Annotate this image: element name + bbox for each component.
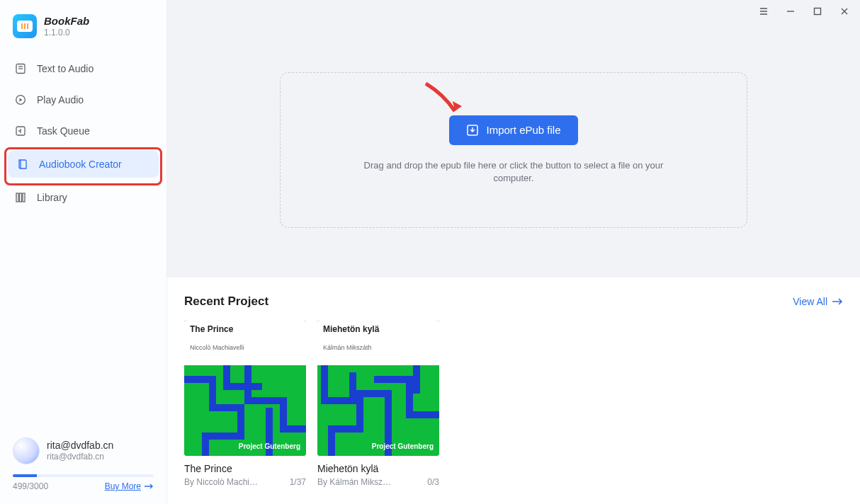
- import-label: Import ePub file: [486, 124, 560, 136]
- card-title: The Prince: [184, 463, 306, 474]
- arrow-annotation-icon: [422, 80, 465, 120]
- recent-cards: The Prince Niccolò Machiavelli Project G…: [184, 320, 843, 487]
- hamburger-icon: [759, 6, 769, 16]
- sidebar-item-library[interactable]: Library: [6, 184, 161, 211]
- app-version: 1.1.0.0: [44, 28, 89, 38]
- drop-area: Import ePub file Drag and drop the epub …: [167, 23, 860, 277]
- sidebar-item-label: Library: [37, 192, 67, 203]
- sidebar-item-text-to-audio[interactable]: Text to Audio: [6, 55, 161, 82]
- recent-section: Recent Project View All The Prince Nicco…: [167, 277, 860, 487]
- svg-rect-6: [16, 193, 18, 202]
- cover-title: Miehetön kylä: [323, 324, 434, 334]
- minimize-icon: [786, 6, 796, 16]
- queue-icon: [14, 125, 27, 137]
- close-icon: [839, 6, 849, 16]
- book-icon: [16, 158, 29, 171]
- cover-author: Kálmán Mikszáth: [323, 344, 434, 351]
- cover-title: The Prince: [190, 324, 300, 334]
- sidebar: BookFab 1.1.0.0 Text to Audio Play Audio: [0, 0, 167, 504]
- svg-rect-8: [23, 193, 25, 202]
- drop-box[interactable]: Import ePub file Drag and drop the epub …: [280, 72, 747, 228]
- drop-help-text: Drag and drop the epub file here or clic…: [358, 159, 669, 185]
- brand: BookFab 1.1.0.0: [0, 0, 166, 55]
- card-title: Miehetön kylä: [317, 463, 439, 474]
- app-name: BookFab: [44, 15, 89, 28]
- svg-rect-7: [20, 193, 22, 202]
- arrow-right-icon: [832, 297, 843, 306]
- library-icon: [14, 191, 27, 204]
- sidebar-item-label: Text to Audio: [37, 63, 94, 74]
- card-byline: By Kálmán Miksz…: [317, 477, 391, 487]
- svg-rect-10: [815, 8, 821, 15]
- project-card[interactable]: Miehetön kylä Kálmán Mikszáth Project Gu…: [317, 320, 439, 487]
- sidebar-item-label: Task Queue: [37, 125, 90, 137]
- card-byline: By Niccolò Machi…: [184, 477, 258, 487]
- import-epub-button[interactable]: Import ePub file: [449, 115, 577, 145]
- document-icon: [14, 62, 27, 75]
- user-email: rita@dvdfab.cn: [47, 440, 113, 452]
- sidebar-item-task-queue[interactable]: Task Queue: [6, 118, 161, 144]
- sidebar-item-play-audio[interactable]: Play Audio: [6, 86, 161, 113]
- main: Import ePub file Drag and drop the epub …: [167, 0, 860, 504]
- view-all-label: View All: [793, 296, 827, 307]
- card-count: 0/3: [427, 477, 439, 487]
- quota-text: 499/3000: [13, 481, 48, 491]
- user-panel: rita@dvdfab.cn rita@dvdfab.cn 499/3000 B…: [0, 437, 166, 504]
- project-cover: Miehetön kylä Kálmán Mikszáth Project Gu…: [317, 320, 439, 456]
- buy-more-label: Buy More: [105, 481, 141, 491]
- user-subtext: rita@dvdfab.cn: [47, 452, 113, 462]
- import-icon: [466, 124, 479, 137]
- avatar[interactable]: [13, 437, 40, 464]
- maximize-button[interactable]: [812, 6, 823, 17]
- close-button[interactable]: [839, 6, 850, 17]
- pg-label: Project Gutenberg: [372, 442, 434, 450]
- project-card[interactable]: The Prince Niccolò Machiavelli Project G…: [184, 320, 306, 487]
- buy-more-link[interactable]: Buy More: [105, 481, 154, 491]
- recent-title: Recent Project: [184, 294, 268, 309]
- quota-progress: [13, 474, 154, 477]
- app-logo: [13, 14, 37, 38]
- sidebar-item-audiobook-creator[interactable]: Audiobook Creator: [8, 151, 159, 178]
- highlight-annotation: Audiobook Creator: [4, 147, 162, 185]
- project-cover: The Prince Niccolò Machiavelli Project G…: [184, 320, 306, 456]
- cover-author: Niccolò Machiavelli: [190, 344, 300, 351]
- minimize-button[interactable]: [785, 6, 796, 17]
- play-icon: [14, 93, 27, 106]
- pg-label: Project Gutenberg: [239, 442, 300, 450]
- sidebar-item-label: Audiobook Creator: [39, 159, 122, 170]
- arrow-right-icon: [144, 483, 154, 490]
- menu-button[interactable]: [758, 6, 769, 17]
- maximize-icon: [813, 6, 822, 16]
- titlebar: [167, 0, 860, 23]
- sidebar-item-label: Play Audio: [37, 94, 84, 105]
- view-all-link[interactable]: View All: [793, 296, 843, 307]
- sidebar-nav: Text to Audio Play Audio Task Queue: [0, 55, 166, 215]
- card-count: 1/37: [290, 477, 306, 487]
